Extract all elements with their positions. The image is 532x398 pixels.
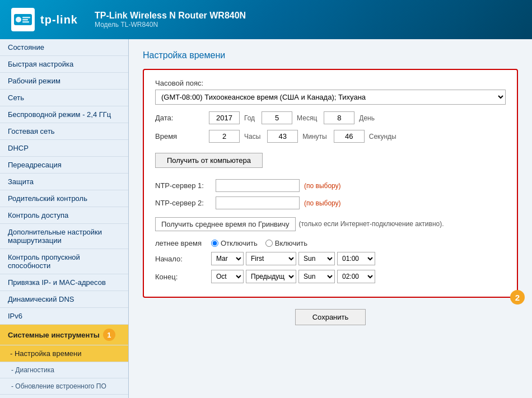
header: tp-link TP-Link Wireless N Router WR840N… bbox=[0, 0, 532, 39]
start-day-select[interactable]: SunMonTueWedThuFriSat bbox=[298, 252, 335, 265]
sidebar-item-4[interactable]: Беспроводной режим - 2,4 ГГц bbox=[0, 106, 128, 123]
svg-rect-2 bbox=[22, 17, 30, 18]
end-time-select[interactable]: 02:0000:0001:0003:00 bbox=[337, 270, 375, 283]
year-unit: Год bbox=[244, 114, 255, 122]
svg-rect-4 bbox=[22, 21, 29, 23]
logo: tp-link bbox=[11, 8, 78, 31]
greenwich-note: (только если Интернет-подключение активн… bbox=[299, 220, 444, 228]
sidebar-item-17[interactable]: - Настройка времени bbox=[0, 345, 128, 362]
dst-label: летнее время bbox=[155, 239, 206, 247]
header-title: TP-Link Wireless N Router WR840N Модель … bbox=[95, 11, 246, 29]
start-month-select[interactable]: MarJanFebAprMayJunJulAugSepOctNovDec bbox=[211, 252, 244, 265]
router-title: TP-Link Wireless N Router WR840N bbox=[95, 11, 246, 21]
end-month-select[interactable]: OctJanFebMarAprMayJunJulAugSepNovDec bbox=[211, 270, 244, 283]
start-dropdowns: MarJanFebAprMayJunJulAugSepOctNovDec Fir… bbox=[211, 252, 375, 265]
dst-on-option[interactable]: Включить bbox=[265, 239, 307, 247]
page-title: Настройка времени bbox=[143, 50, 518, 60]
sidebar-item-2[interactable]: Рабочий режим bbox=[0, 73, 128, 90]
end-week-select[interactable]: ПредыдущийFirstSecondThirdFourthLast bbox=[246, 270, 296, 283]
start-week-select[interactable]: FirstSecondThirdFourthLast bbox=[246, 252, 296, 265]
router-subtitle: Модель TL-WR840N bbox=[95, 21, 246, 29]
sidebar-item-3[interactable]: Сеть bbox=[0, 90, 128, 106]
sidebar-item-8[interactable]: Защита bbox=[0, 174, 128, 190]
ntp1-input[interactable] bbox=[216, 179, 300, 192]
time-row: Время Часы Минуты Секунды bbox=[155, 130, 506, 143]
hour-input[interactable] bbox=[209, 130, 240, 143]
day-input[interactable] bbox=[324, 111, 354, 124]
sidebar-item-13[interactable]: Привязка IP- и MAC-адресов bbox=[0, 274, 128, 291]
sidebar-item-9[interactable]: Родительский контроль bbox=[0, 190, 128, 207]
settings-box: Часовой пояс: (GMT-08:00) Тихоокеанское … bbox=[143, 69, 518, 298]
minute-input[interactable] bbox=[267, 130, 298, 143]
start-label: Начало: bbox=[155, 255, 206, 263]
sidebar-item-12[interactable]: Контроль пропускной способности bbox=[0, 249, 128, 274]
timezone-select[interactable]: (GMT-08:00) Тихоокеанское время (США и К… bbox=[155, 90, 506, 105]
minute-unit: Минуты bbox=[302, 133, 326, 141]
sidebar-item-15[interactable]: IPv6 bbox=[0, 308, 128, 325]
timezone-label: Часовой пояс: bbox=[155, 79, 506, 87]
svg-point-1 bbox=[16, 17, 21, 22]
dst-start-row: Начало: MarJanFebAprMayJunJulAugSepOctNo… bbox=[155, 252, 506, 265]
day-unit: День bbox=[359, 114, 375, 122]
sidebar-item-0[interactable]: Состояние bbox=[0, 39, 128, 56]
second-unit: Секунды bbox=[369, 133, 396, 141]
sidebar-item-7[interactable]: Переадресация bbox=[0, 157, 128, 174]
ntp2-input[interactable] bbox=[216, 196, 300, 209]
sidebar: СостояниеБыстрая настройкаРабочий режимС… bbox=[0, 39, 129, 398]
sidebar-item-6[interactable]: DHCP bbox=[0, 140, 128, 157]
ntp2-label: NTP-сервер 2: bbox=[155, 199, 211, 207]
second-input[interactable] bbox=[334, 130, 365, 143]
year-input[interactable] bbox=[209, 111, 240, 124]
date-label: Дата: bbox=[155, 114, 206, 122]
ntp1-row: NTP-сервер 1: (по выбору) bbox=[155, 179, 506, 192]
end-day-select[interactable]: SunMonTueWedThuFriSat bbox=[298, 270, 335, 283]
dst-off-radio[interactable] bbox=[211, 240, 218, 247]
dst-on-radio[interactable] bbox=[265, 240, 273, 247]
dst-radio-group: Отключить Включить bbox=[211, 239, 307, 247]
greenwich-row: Получить среднее время по Гринвичу (толь… bbox=[155, 214, 506, 233]
date-row: Дата: Год Месяц День bbox=[155, 111, 506, 124]
end-label: Конец: bbox=[155, 273, 206, 281]
ntp2-optional: (по выбору) bbox=[304, 199, 341, 207]
sidebar-item-14[interactable]: Динамический DNS bbox=[0, 291, 128, 308]
ntp1-optional: (по выбору) bbox=[304, 182, 341, 190]
dst-off-label: Отключить bbox=[221, 239, 258, 247]
svg-rect-3 bbox=[22, 19, 28, 21]
sidebar-item-11[interactable]: Дополнительные настройки маршрутизации bbox=[0, 224, 128, 249]
month-unit: Месяц bbox=[297, 114, 317, 122]
start-time-select[interactable]: 01:0000:0002:0003:00 bbox=[337, 252, 375, 265]
time-label: Время bbox=[155, 132, 206, 141]
ntp2-row: NTP-сервер 2: (по выбору) bbox=[155, 196, 506, 209]
logo-icon bbox=[11, 8, 35, 31]
sidebar-item-1[interactable]: Быстрая настройка bbox=[0, 56, 128, 73]
dst-section: летнее время Отключить Включить bbox=[155, 239, 506, 283]
end-dropdowns: OctJanFebMarAprMayJunJulAugSepNovDec Пре… bbox=[211, 270, 375, 283]
sidebar-item-5[interactable]: Гостевая сеть bbox=[0, 123, 128, 140]
main-content: Настройка времени Часовой пояс: (GMT-08:… bbox=[129, 39, 532, 398]
dst-on-label: Включить bbox=[275, 239, 307, 247]
sidebar-item-10[interactable]: Контроль доступа bbox=[0, 207, 128, 224]
sidebar-item-18[interactable]: - Диагностика bbox=[0, 362, 128, 378]
brand-name: tp-link bbox=[40, 13, 78, 26]
sidebar-item-19[interactable]: - Обновление встроенного ПО bbox=[0, 378, 128, 395]
greenwich-button[interactable]: Получить среднее время по Гринвичу bbox=[155, 217, 296, 231]
month-input[interactable] bbox=[262, 111, 292, 124]
hour-unit: Часы bbox=[244, 133, 260, 141]
save-button[interactable]: Сохранить bbox=[295, 309, 366, 325]
timezone-section: Часовой пояс: (GMT-08:00) Тихоокеанское … bbox=[155, 79, 506, 105]
sidebar-item-20[interactable]: - Заводские настройки bbox=[0, 395, 128, 398]
ntp1-label: NTP-сервер 1: bbox=[155, 181, 211, 190]
get-time-button[interactable]: Получить от компьютера bbox=[155, 153, 263, 168]
dst-off-option[interactable]: Отключить bbox=[211, 239, 258, 247]
dst-end-row: Конец: OctJanFebMarAprMayJunJulAugSepNov… bbox=[155, 270, 506, 283]
save-section: Сохранить bbox=[143, 309, 518, 325]
sidebar-item-16[interactable]: Системные инструменты1 bbox=[0, 325, 128, 345]
dst-toggle-row: летнее время Отключить Включить bbox=[155, 239, 506, 247]
